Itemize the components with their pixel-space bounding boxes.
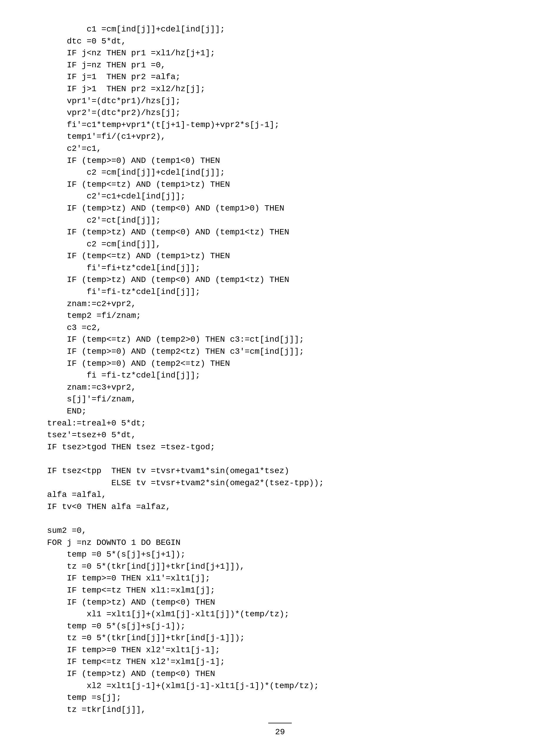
page-number: 29 (275, 726, 285, 738)
page-footer: 29 (0, 723, 560, 738)
code-content: c1 =cm[ind[j]]+cdel[ind[j]]; dtc =0 5*dt… (47, 23, 513, 716)
footer-divider (268, 723, 292, 723)
page-container: c1 =cm[ind[j]]+cdel[ind[j]]; dtc =0 5*dt… (0, 0, 560, 756)
